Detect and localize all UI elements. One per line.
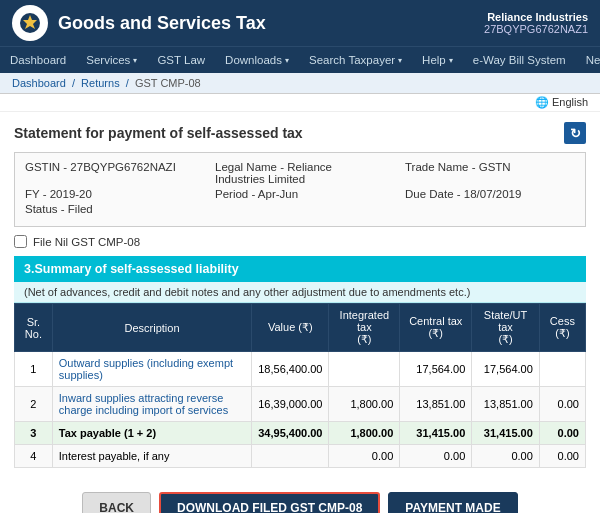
section-header: 3.Summary of self-assessed liability [14,256,586,282]
col-desc: Description [52,304,251,352]
cell-state: 0.00 [472,445,540,468]
site-title: Goods and Services Tax [58,13,484,34]
cell-sr: 1 [15,352,53,387]
cell-state: 17,564.00 [472,352,540,387]
cell-value: 34,95,400.00 [252,422,329,445]
trade-name: Trade Name - GSTN [405,161,575,185]
legal-name: Legal Name - Reliance Industries Limited [215,161,385,185]
cell-cess: 0.00 [539,387,585,422]
info-box: GSTIN - 27BQYPG6762NAZI Legal Name - Rel… [14,152,586,227]
cell-state: 31,415.00 [472,422,540,445]
header: Goods and Services Tax Reliance Industri… [0,0,600,46]
info-row-2: FY - 2019-20 Period - Apr-Jun Due Date -… [25,188,575,200]
navigation: Dashboard Services ▾ GST Law Downloads ▾… [0,46,600,73]
breadcrumb: Dashboard / Returns / GST CMP-08 [0,73,600,94]
download-button[interactable]: DOWNLOAD FILED GST CMP-08 [159,492,380,513]
fy-label: FY - 2019-20 [25,188,195,200]
table-row: 4 Interest payable, if any 0.00 0.00 0.0… [15,445,586,468]
section-subtitle-text: (Net of advances, credit and debit notes… [24,286,470,298]
button-bar: BACK DOWNLOAD FILED GST CMP-08 PAYMENT M… [0,480,600,513]
col-integrated: Integrated tax(₹) [329,304,400,352]
cell-central: 17,564.00 [400,352,472,387]
logo [12,5,48,41]
nav-eway[interactable]: e-Way Bill System [463,47,576,73]
cell-central: 13,851.00 [400,387,472,422]
chevron-down-icon: ▾ [285,56,289,65]
cell-integrated: 1,800.00 [329,422,400,445]
main-content: Statement for payment of self-assessed t… [0,112,600,480]
col-cess: Cess (₹) [539,304,585,352]
table-row-total: 3 Tax payable (1 + 2) 34,95,400.00 1,800… [15,422,586,445]
nav-services[interactable]: Services ▾ [76,47,147,73]
cell-integrated: 1,800.00 [329,387,400,422]
cell-cess: 0.00 [539,445,585,468]
user-gstin: 27BQYPG6762NAZ1 [484,23,588,35]
cell-cess: 0.00 [539,422,585,445]
breadcrumb-returns[interactable]: Returns [81,77,120,89]
period-label: Period - Apr-Jun [215,188,385,200]
user-info: Reliance Industries 27BQYPG6762NAZ1 [484,11,588,35]
nav-search-taxpayer[interactable]: Search Taxpayer ▾ [299,47,412,73]
chevron-down-icon: ▾ [449,56,453,65]
breadcrumb-current: GST CMP-08 [135,77,201,89]
cell-cess [539,352,585,387]
cell-sr: 3 [15,422,53,445]
company-name: Reliance Industries [484,11,588,23]
breadcrumb-dashboard[interactable]: Dashboard [12,77,66,89]
file-nil-checkbox[interactable] [14,235,27,248]
cell-integrated [329,352,400,387]
payment-button[interactable]: PAYMENT MADE [388,492,517,513]
back-button[interactable]: BACK [82,492,151,513]
chevron-down-icon: ▾ [133,56,137,65]
col-sr: Sr. No. [15,304,53,352]
refresh-button[interactable]: ↻ [564,122,586,144]
section-subheader: (Net of advances, credit and debit notes… [14,282,586,303]
cell-state: 13,851.00 [472,387,540,422]
nav-help[interactable]: Help ▾ [412,47,463,73]
cell-sr: 2 [15,387,53,422]
cell-sr: 4 [15,445,53,468]
gstin-label: GSTIN - 27BQYPG6762NAZI [25,161,195,185]
table-row: 1 Outward supplies (including exempt sup… [15,352,586,387]
table-row: 2 Inward supplies attracting reverse cha… [15,387,586,422]
nav-dashboard[interactable]: Dashboard [0,47,76,73]
page-title-bar: Statement for payment of self-assessed t… [14,122,586,144]
cell-value [252,445,329,468]
language-label: English [552,96,588,108]
nav-new-return[interactable]: New Return (Trial) ▾ [576,47,600,73]
cell-central: 0.00 [400,445,472,468]
cell-value: 18,56,400.00 [252,352,329,387]
cell-desc[interactable]: Inward supplies attracting reverse charg… [52,387,251,422]
section-title: 3.Summary of self-assessed liability [24,262,239,276]
info-row-3: Status - Filed [25,203,575,215]
cell-desc: Tax payable (1 + 2) [52,422,251,445]
nav-gst-law[interactable]: GST Law [147,47,215,73]
nav-downloads[interactable]: Downloads ▾ [215,47,299,73]
cell-integrated: 0.00 [329,445,400,468]
info-row-1: GSTIN - 27BQYPG6762NAZI Legal Name - Rel… [25,161,575,185]
cell-desc[interactable]: Outward supplies (including exempt suppl… [52,352,251,387]
language-bar: 🌐 English [0,94,600,112]
file-nil-label: File Nil GST CMP-08 [33,236,140,248]
col-state: State/UT tax(₹) [472,304,540,352]
status-label: Status - Filed [25,203,575,215]
cell-desc: Interest payable, if any [52,445,251,468]
page-title-text: Statement for payment of self-assessed t… [14,125,303,141]
cell-value: 16,39,000.00 [252,387,329,422]
col-value: Value (₹) [252,304,329,352]
file-nil-row: File Nil GST CMP-08 [14,235,586,248]
col-central: Central tax (₹) [400,304,472,352]
liability-table: Sr. No. Description Value (₹) Integrated… [14,303,586,468]
due-date: Due Date - 18/07/2019 [405,188,575,200]
chevron-down-icon: ▾ [398,56,402,65]
cell-central: 31,415.00 [400,422,472,445]
